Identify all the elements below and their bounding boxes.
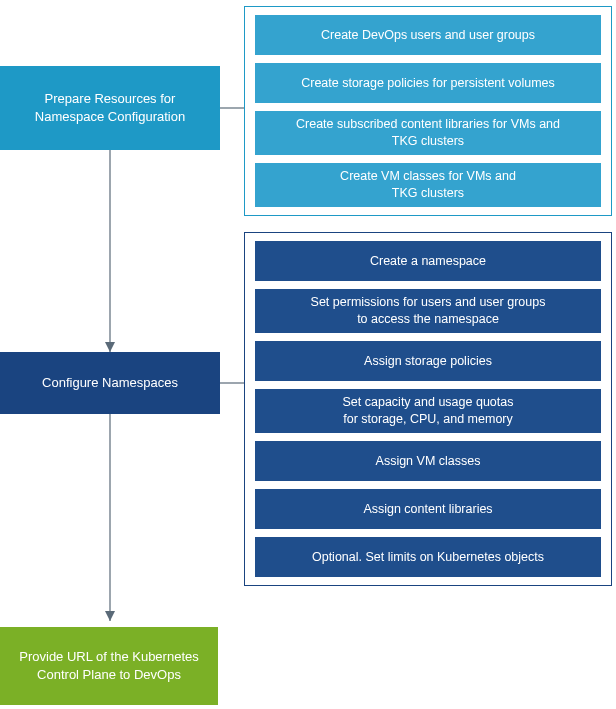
item-create-vm-classes: Create VM classes for VMs andTKG cluster…	[255, 163, 601, 207]
svg-marker-1	[105, 611, 115, 621]
item-label: Set capacity and usage quotas for storag…	[343, 394, 514, 428]
diagram-canvas: Prepare Resources forNamespace Configura…	[0, 0, 616, 709]
item-label: Create subscribed content libraries for …	[296, 116, 560, 150]
item-label: Assign content libraries	[363, 501, 492, 518]
item-create-namespace: Create a namespace	[255, 241, 601, 281]
svg-marker-0	[105, 342, 115, 352]
group-prepare-resources-items: Create DevOps users and user groups Crea…	[244, 6, 612, 216]
item-label: Set permissions for users and user group…	[311, 294, 546, 328]
item-label: Create storage policies for persistent v…	[301, 75, 555, 92]
step-provide-url: Provide URL of the Kubernetes Control Pl…	[0, 627, 218, 705]
item-label: Assign storage policies	[364, 353, 492, 370]
step-configure-namespaces-label: Configure Namespaces	[42, 374, 178, 392]
step-configure-namespaces: Configure Namespaces	[0, 352, 220, 414]
item-create-storage-policies: Create storage policies for persistent v…	[255, 63, 601, 103]
item-label: Optional. Set limits on Kubernetes objec…	[312, 549, 544, 566]
item-set-capacity-quotas: Set capacity and usage quotas for storag…	[255, 389, 601, 433]
item-assign-storage-policies: Assign storage policies	[255, 341, 601, 381]
item-label: Create a namespace	[370, 253, 486, 270]
step-prepare-resources: Prepare Resources forNamespace Configura…	[0, 66, 220, 150]
item-optional-limits: Optional. Set limits on Kubernetes objec…	[255, 537, 601, 577]
item-create-devops-users: Create DevOps users and user groups	[255, 15, 601, 55]
step-prepare-resources-label: Prepare Resources forNamespace Configura…	[35, 90, 185, 125]
item-assign-vm-classes: Assign VM classes	[255, 441, 601, 481]
item-label: Create VM classes for VMs andTKG cluster…	[340, 168, 516, 202]
item-label: Create DevOps users and user groups	[321, 27, 535, 44]
item-assign-content-libraries: Assign content libraries	[255, 489, 601, 529]
item-set-permissions: Set permissions for users and user group…	[255, 289, 601, 333]
group-configure-namespaces-items: Create a namespace Set permissions for u…	[244, 232, 612, 586]
item-label: Assign VM classes	[376, 453, 481, 470]
step-provide-url-label: Provide URL of the Kubernetes Control Pl…	[10, 648, 208, 683]
item-create-content-libraries: Create subscribed content libraries for …	[255, 111, 601, 155]
